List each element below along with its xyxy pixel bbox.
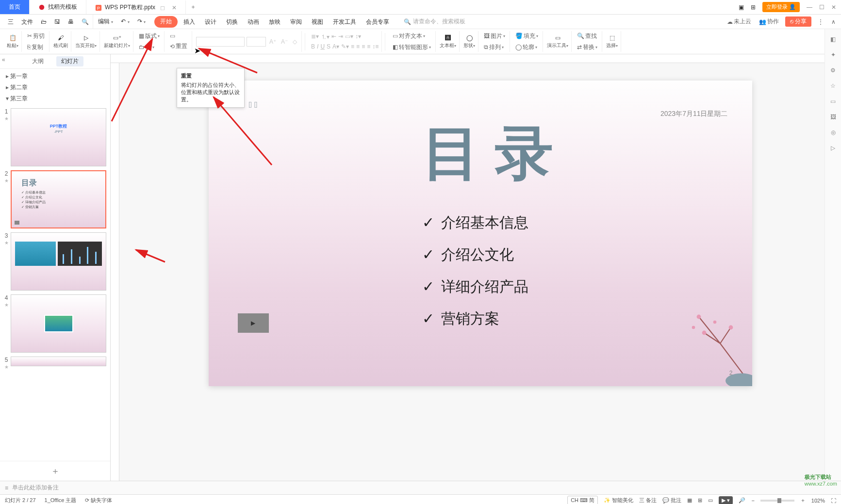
share-button[interactable]: ⎋ 分享 xyxy=(785,16,811,27)
print-icon[interactable]: 🖶 xyxy=(64,15,78,29)
find-button[interactable]: 🔍 查找 xyxy=(576,31,598,41)
shape-icon[interactable]: ◯ xyxy=(466,34,473,41)
underline-icon[interactable]: U xyxy=(320,43,325,50)
missing-fonts[interactable]: ⟳ 缺失字体 xyxy=(85,497,112,504)
dock-location-icon[interactable]: ◎ xyxy=(831,129,836,136)
command-search[interactable]: 🔍 请查命令、搜索模板 xyxy=(404,17,465,26)
tab-view[interactable]: 视图 xyxy=(307,15,328,29)
slide-thumbnail-2[interactable]: 目录 ✓ 介绍基本信息 ✓ 介绍公文化 ✓ 详细介绍产品 ✓ 营销方案 xyxy=(11,170,106,228)
numbering-icon[interactable]: ⒈▾ xyxy=(321,33,330,41)
align-center-icon[interactable]: ≡ xyxy=(356,43,360,50)
save-icon[interactable]: 🖫 xyxy=(50,15,64,29)
slides-tab[interactable]: 幻灯片 xyxy=(56,56,83,66)
star-icon[interactable]: ★ xyxy=(4,240,9,245)
demo-tools-icon[interactable]: ▭ xyxy=(555,34,561,41)
login-button[interactable]: 立即登录 👤 xyxy=(762,2,800,12)
preview-icon[interactable]: 🔍 xyxy=(78,15,93,29)
play-icon[interactable]: ▷ xyxy=(84,34,88,41)
view-slideshow-icon[interactable]: ▶ ▾ xyxy=(719,496,733,504)
dock-object-icon[interactable]: ▭ xyxy=(830,98,836,105)
notes-bar[interactable]: ≡ 单击此处添加备注 xyxy=(0,481,841,494)
add-slide-button[interactable]: ＋ xyxy=(0,461,110,481)
dock-present-icon[interactable]: ▷ xyxy=(831,145,835,151)
slide-title[interactable]: 目录 xyxy=(422,114,568,194)
font-size-select[interactable] xyxy=(247,37,266,47)
tab-home[interactable]: 首页 xyxy=(0,0,30,14)
hamburger-icon[interactable]: 三 xyxy=(4,15,17,29)
ime-status[interactable]: CH ⌨ 简 xyxy=(567,496,598,504)
dock-ai-icon[interactable]: ✦ xyxy=(831,51,836,58)
decrease-font-icon[interactable]: A⁻ xyxy=(280,37,289,46)
outline-button[interactable]: ◯ 轮廓▾ xyxy=(514,42,539,52)
apps-icon[interactable]: ⊞ xyxy=(751,4,756,11)
undo-button[interactable]: ↶ ▾ xyxy=(117,15,133,29)
paste-button[interactable]: 粘贴▾ xyxy=(7,42,18,49)
format-painter-button[interactable]: 格式刷 xyxy=(53,42,68,49)
increase-font-icon[interactable]: A⁺ xyxy=(268,37,278,46)
bold-icon[interactable]: B xyxy=(311,43,315,50)
chapter-item[interactable]: 第二章 xyxy=(4,82,106,93)
highlight-icon[interactable]: ✎▾ xyxy=(341,43,349,50)
new-slide-icon[interactable]: ▭⁺ xyxy=(113,34,121,41)
media-placeholder[interactable]: ▶ xyxy=(238,313,269,333)
align-left-icon[interactable]: ≡ xyxy=(351,43,354,50)
dock-settings-icon[interactable]: ⚙ xyxy=(830,67,836,74)
new-tab-button[interactable]: ＋ xyxy=(186,0,200,14)
tab-insert[interactable]: 插入 xyxy=(179,15,200,29)
convert-smart-button[interactable]: ◧ 转智能图形▾ xyxy=(391,42,432,52)
bullets-icon[interactable]: ≣▾ xyxy=(311,33,319,41)
star-icon[interactable]: ★ xyxy=(4,364,9,370)
tab-close-icon[interactable]: ✕ xyxy=(172,4,177,11)
tab-transition[interactable]: 切换 xyxy=(221,15,243,29)
layout-button[interactable]: ▦ 版式▾ xyxy=(137,31,161,41)
align-right-icon[interactable]: ≡ xyxy=(362,43,365,50)
picture-button[interactable]: 🖼 图片▾ xyxy=(482,31,507,41)
fill-button[interactable]: 🪣 填充▾ xyxy=(514,31,540,41)
open-icon[interactable]: 🗁 xyxy=(37,15,50,29)
tab-templates[interactable]: 找稻壳模板 xyxy=(30,0,86,14)
view-normal-icon[interactable]: ▦ xyxy=(687,497,692,504)
textbox-icon[interactable]: 🅰 xyxy=(445,34,451,41)
section-button[interactable]: 🗀 节▾ xyxy=(137,42,156,52)
tab-design[interactable]: 设计 xyxy=(200,15,221,29)
collapse-ribbon-icon[interactable]: ∧ xyxy=(830,17,837,26)
tab-slideshow[interactable]: 放映 xyxy=(264,15,285,29)
tab-animation[interactable]: 动画 xyxy=(243,15,264,29)
star-icon[interactable]: ★ xyxy=(4,116,9,121)
zoom-value[interactable]: 102% xyxy=(811,498,825,504)
star-icon[interactable]: ★ xyxy=(4,178,9,183)
align-justify-icon[interactable]: ≡ xyxy=(367,43,370,50)
beautify-button[interactable]: ✨ 智能美化 xyxy=(604,497,633,504)
chapter-item[interactable]: 第三章 xyxy=(4,93,106,104)
reset-button[interactable]: ⟲ 重置 xyxy=(168,41,189,51)
text-direction-button[interactable]: ▭ xyxy=(168,32,177,40)
select-button[interactable]: 选择▾ xyxy=(606,42,618,49)
more-menu-icon[interactable]: ⋮ xyxy=(816,17,825,26)
zoom-out-icon[interactable]: − xyxy=(751,498,754,504)
reading-icon[interactable]: ▭▾ xyxy=(345,33,353,41)
italic-icon[interactable]: I xyxy=(317,43,318,50)
collapse-panel-icon[interactable]: « xyxy=(2,56,5,63)
window-close-icon[interactable]: ✕ xyxy=(831,4,836,11)
paste-icon[interactable]: 📋 xyxy=(9,34,16,41)
tab-document[interactable]: P WPS PPT教程.pptx ◻ ✕ xyxy=(86,0,186,14)
textbox-button[interactable]: 文本框▾ xyxy=(440,42,456,49)
zoom-slider[interactable] xyxy=(760,500,794,502)
cloud-status[interactable]: ☁ 未上云 xyxy=(726,16,753,27)
fit-screen-icon[interactable]: ⛶ xyxy=(831,498,836,504)
format-painter-icon[interactable]: 🖌 xyxy=(58,34,64,41)
line-spacing-icon[interactable]: ↕≡ xyxy=(372,43,379,50)
demo-tools-button[interactable]: 演示工具▾ xyxy=(547,42,568,49)
edit-menu[interactable]: 编辑 ▾ xyxy=(93,15,117,29)
tab-devtools[interactable]: 开发工具 xyxy=(328,15,361,29)
tab-member[interactable]: 会员专享 xyxy=(361,15,394,29)
new-slide-button[interactable]: 新建幻灯片▾ xyxy=(104,42,130,49)
slide-bullets[interactable]: 介绍基本信息 介绍公文化 详细介绍产品 营销方案 xyxy=(422,207,528,335)
shape-button[interactable]: 形状▾ xyxy=(463,42,475,49)
slide-thumbnail-3[interactable] xyxy=(11,232,106,291)
replace-button[interactable]: ⇄ 替换▾ xyxy=(576,42,599,52)
comments-toggle[interactable]: 💬 批注 xyxy=(662,497,681,504)
dock-collapse-icon[interactable]: ◧ xyxy=(830,36,836,43)
clear-format-icon[interactable]: ◇ xyxy=(291,37,298,46)
select-icon[interactable]: ⬚ xyxy=(610,34,615,41)
